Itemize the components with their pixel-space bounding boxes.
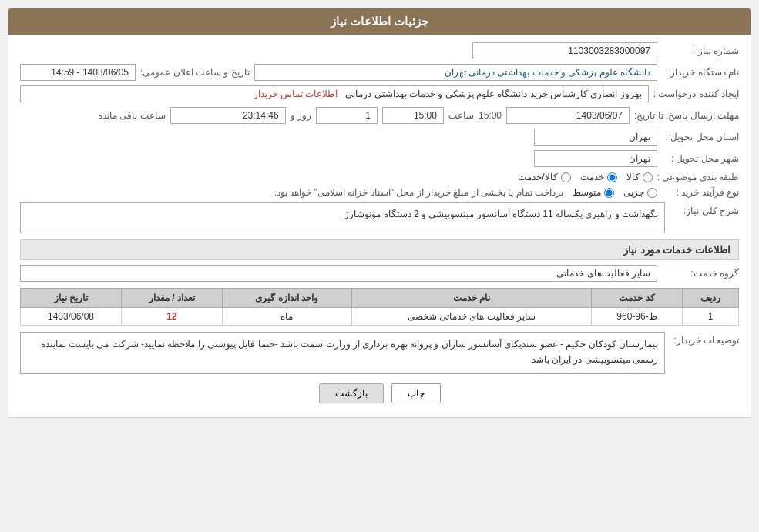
need-description-value: نگهداشت و راهبری یکساله 11 دستگاه آسانسو… <box>20 202 665 233</box>
service-group-value: سایر فعالیت‌های خدماتی <box>20 265 657 282</box>
process-type-label: نوع فرآیند خرید : <box>662 187 739 198</box>
radio-kala[interactable] <box>643 172 653 182</box>
col-header-unit: واحد اندازه گیری <box>222 289 351 308</box>
cell-code: ط-96-960 <box>592 308 683 326</box>
radio-jazee[interactable] <box>647 188 657 198</box>
service-group-label: گروه خدمت: <box>662 268 739 279</box>
category-radio-group: کالا خدمت کالا/خدمت <box>518 172 652 182</box>
page-wrapper: جزئیات اطلاعات نیاز شماره نیاز : 1103003… <box>0 0 759 532</box>
deadline-label: مهلت ارسال پاسخ: تا تاریخ: <box>634 110 739 121</box>
category-option-kala[interactable]: کالا <box>626 172 653 182</box>
button-row: چاپ بازگشت <box>20 383 739 403</box>
buyer-org-link[interactable]: دانشگاه علوم پزشکی و خدمات بهداشتی درمان… <box>445 67 650 78</box>
creator-value: بهروز انصاری کارشناس خرید دانشگاه علوم پ… <box>20 85 649 102</box>
main-container: جزئیات اطلاعات نیاز شماره نیاز : 1103003… <box>8 8 751 418</box>
cell-unit: ماه <box>222 308 351 326</box>
deadline-date-value: 1403/06/07 <box>506 107 630 124</box>
province-value: تهران <box>534 129 657 146</box>
process-option-mottavaset[interactable]: متوسط <box>573 187 614 198</box>
content-area: شماره نیاز : 1103003283000097 نام دستگاه… <box>8 35 751 417</box>
province-label: استان محل تحویل : <box>662 132 739 142</box>
announce-buyer-row: نام دستگاه خریدار : دانشگاه علوم پزشکی و… <box>20 64 739 81</box>
service-group-row: گروه خدمت: سایر فعالیت‌های خدماتی <box>20 265 739 282</box>
col-header-name: نام خدمت <box>351 289 592 308</box>
col-header-row: ردیف <box>682 289 738 308</box>
creator-label: ایجاد کننده درخواست : <box>653 89 739 99</box>
table-header-row: ردیف کد خدمت نام خدمت واحد اندازه گیری ت… <box>21 289 739 308</box>
need-description-row: شرح کلی نیاز: نگهداشت و راهبری یکساله 11… <box>20 202 739 233</box>
cell-qty: 12 <box>121 308 222 326</box>
deadline-time-value: 15:00 <box>382 107 444 124</box>
service-table: ردیف کد خدمت نام خدمت واحد اندازه گیری ت… <box>20 288 739 326</box>
category-option-kala-khedmat[interactable]: کالا/خدمت <box>518 172 570 182</box>
col-header-qty: تعداد / مقدار <box>121 289 222 308</box>
city-value: تهران <box>534 150 657 167</box>
col-header-date: تاریخ نیاز <box>21 289 122 308</box>
deadline-row: مهلت ارسال پاسخ: تا تاریخ: 1403/06/07 15… <box>20 107 739 124</box>
process-type-radio-group: جزیی متوسط <box>573 187 657 198</box>
creator-row: ایجاد کننده درخواست : بهروز انصاری کارشن… <box>20 85 739 102</box>
process-note: پرداخت تمام یا بخشی از مبلغ خریدار از مح… <box>274 187 563 198</box>
category-option-khedmat[interactable]: خدمت <box>580 172 617 182</box>
need-number-label: شماره نیاز : <box>662 45 739 56</box>
announce-date-value: 1403/06/05 - 14:59 <box>20 64 136 81</box>
time-label: 15:00 <box>479 110 502 121</box>
time-separator: ساعت <box>448 110 474 121</box>
cell-date: 1403/06/08 <box>21 308 122 326</box>
city-label: شهر محل تحویل : <box>662 153 739 164</box>
category-row: طبقه بندی موضوعی : کالا خدمت کالا/خدمت <box>20 172 739 182</box>
remaining-label: ساعت باقی مانده <box>98 110 166 121</box>
radio-mottavaset[interactable] <box>604 188 614 198</box>
deadline-days-value: 1 <box>316 107 378 124</box>
header-title: جزئیات اطلاعات نیاز <box>331 15 428 28</box>
cell-name: سایر فعالیت های خدماتی شخصی <box>351 308 592 326</box>
process-type-row: نوع فرآیند خرید : جزیی متوسط پرداخت تمام… <box>20 187 739 198</box>
page-header: جزئیات اطلاعات نیاز <box>8 8 751 35</box>
service-table-section: ردیف کد خدمت نام خدمت واحد اندازه گیری ت… <box>20 288 739 326</box>
buyer-org-label: نام دستگاه خریدار : <box>662 67 739 78</box>
need-number-value: 1103003283000097 <box>472 42 657 59</box>
buyer-notes-row: توضیحات خریدار: بیمارستان کودکان حکیم - … <box>20 332 739 374</box>
need-description-label: شرح کلی نیاز: <box>670 202 739 216</box>
radio-kala-khedmat[interactable] <box>561 172 571 182</box>
need-number-row: شماره نیاز : 1103003283000097 <box>20 42 739 59</box>
city-row: شهر محل تحویل : تهران <box>20 150 739 167</box>
print-button[interactable]: چاپ <box>391 383 441 403</box>
deadline-remaining-value: 23:14:46 <box>170 107 286 124</box>
buyer-notes-label: توضیحات خریدار: <box>670 332 739 346</box>
buyer-notes-value: بیمارستان کودکان حکیم - عضو سندیکای آسان… <box>20 332 665 374</box>
col-header-code: کد خدمت <box>592 289 683 308</box>
process-option-jazee[interactable]: جزیی <box>623 187 657 198</box>
buyer-org-value: دانشگاه علوم پزشکی و خدمات بهداشتی درمان… <box>254 64 657 81</box>
category-label: طبقه بندی موضوعی : <box>657 172 739 182</box>
province-row: استان محل تحویل : تهران <box>20 129 739 146</box>
announce-date-label: تاریخ و ساعت اعلان عمومی: <box>140 67 250 78</box>
service-info-title: اطلاعات خدمات مورد نیاز <box>20 239 739 260</box>
cell-row: 1 <box>682 308 738 326</box>
contact-info-link[interactable]: اطلاعات تماس خریدار <box>254 89 338 99</box>
creator-text: بهروز انصاری کارشناس خرید دانشگاه علوم پ… <box>345 89 641 99</box>
radio-khedmat[interactable] <box>607 172 617 182</box>
table-row: 1 ط-96-960 سایر فعالیت های خدماتی شخصی م… <box>21 308 739 326</box>
back-button[interactable]: بازگشت <box>319 383 384 403</box>
days-label: روز و <box>291 110 311 121</box>
